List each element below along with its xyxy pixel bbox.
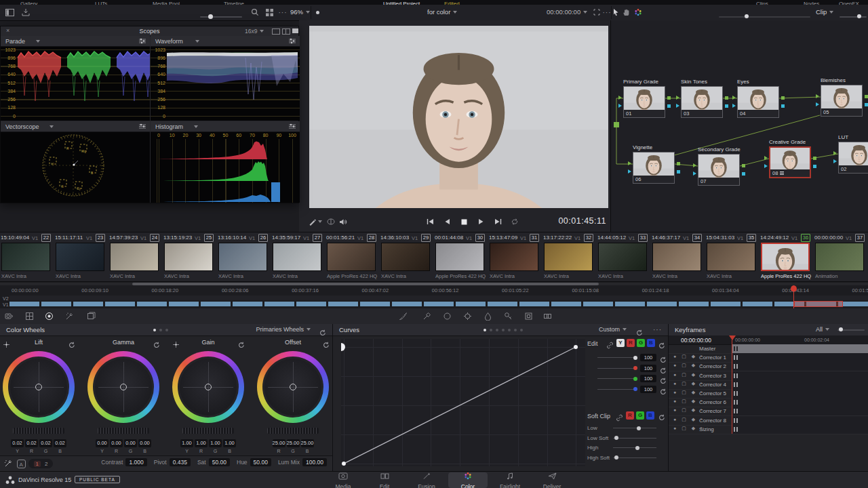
kf-row-corrector-6[interactable]: ● ▢ ◆ ›Corrector 6	[669, 398, 868, 407]
kf-row-sizing[interactable]: ● ▢ ◆ ›Sizing	[669, 425, 868, 434]
kf-track[interactable]	[732, 425, 868, 434]
wheel-reset-gain[interactable]	[238, 339, 245, 346]
color-wheel-gamma[interactable]	[87, 351, 159, 423]
node-input-rgb[interactable]	[816, 94, 819, 98]
param-value[interactable]: 100.00	[302, 458, 327, 466]
node-output-key[interactable]	[781, 104, 785, 108]
node-input-rgb[interactable]	[618, 96, 622, 100]
value-gain-B[interactable]: 1.00	[223, 439, 236, 447]
channel-slider-line[interactable]	[597, 389, 637, 390]
node-output-rgb[interactable]	[677, 162, 680, 165]
keyframes-playhead-marker[interactable]	[729, 336, 736, 340]
hand-tool-icon[interactable]	[620, 7, 631, 18]
soft-clip-reset-icon[interactable]	[658, 411, 665, 424]
pager-page-1[interactable]: 1	[34, 461, 41, 467]
timeline-zoom-slider[interactable]	[840, 16, 867, 18]
kf-track[interactable]	[732, 398, 868, 407]
histogram-settings-icon[interactable]	[289, 123, 296, 129]
node-input-key[interactable]	[833, 159, 837, 163]
param-value[interactable]: 50.00	[209, 458, 230, 466]
clip-35[interactable]: 15:04:31:03V135XAVC Intra	[705, 232, 760, 282]
value-offset-G[interactable]: 25.00	[287, 439, 300, 447]
value-offset-B[interactable]: 25.00	[301, 439, 314, 447]
kf-track[interactable]	[732, 380, 868, 389]
node-input-key[interactable]	[693, 171, 696, 176]
audio-mute-icon[interactable]	[338, 217, 348, 226]
clip-thumbnail[interactable]	[273, 243, 321, 271]
stop-icon[interactable]	[459, 217, 469, 226]
param-value[interactable]: 1.000	[125, 458, 146, 466]
node-input-rgb[interactable]	[628, 161, 631, 165]
clip-thumbnail[interactable]	[110, 243, 159, 271]
timeline-selector[interactable]: for color	[427, 8, 457, 16]
node-output-key[interactable]	[742, 172, 745, 176]
color-wheel-offset[interactable]	[257, 351, 329, 423]
timeline-scrollbar[interactable]	[0, 283, 868, 285]
histogram-header[interactable]: Histogram	[151, 121, 300, 132]
clip-thumbnail[interactable]	[327, 243, 376, 271]
versions-icon[interactable]	[85, 310, 97, 322]
link-channels-icon[interactable]	[606, 340, 614, 352]
wheels-pager[interactable]: 1 2	[28, 459, 53, 468]
wheel-reset-lift[interactable]	[68, 339, 75, 346]
node-box[interactable]: 02	[838, 142, 868, 174]
edit-channel-G[interactable]: G	[637, 339, 645, 347]
keyframes-zoom-slider[interactable]	[837, 329, 865, 331]
curves-more-icon[interactable]: ···	[653, 326, 662, 333]
channel-slider-knob[interactable]	[633, 377, 637, 381]
step-back-icon[interactable]	[442, 217, 452, 226]
clip-32[interactable]: 13:17:22:22V132XAVC Intra	[542, 232, 597, 282]
node-input-key[interactable]	[628, 169, 631, 174]
soft-channel-B[interactable]: B	[646, 411, 654, 420]
kf-row-corrector-5[interactable]: ● ▢ ◆ ›Corrector 5	[669, 389, 868, 399]
node-box[interactable]: 04	[737, 86, 779, 118]
parade-settings-icon[interactable]	[139, 38, 146, 44]
grab-still-icon[interactable]	[3, 310, 15, 322]
keyframes-ruler[interactable]: 00:00:00:00 00:00:00:00 00:00:02:04	[669, 336, 868, 345]
parade-header[interactable]: Parade	[1, 36, 150, 47]
wheel-center-indicator[interactable]	[205, 384, 212, 390]
channel-value-G[interactable]: 100	[640, 375, 656, 382]
color-wheel-gain[interactable]	[172, 351, 244, 423]
kf-track[interactable]	[732, 371, 868, 380]
edit-channel-R[interactable]: R	[627, 339, 635, 347]
highlight-icon[interactable]	[43, 310, 55, 322]
auto-balance-icon[interactable]: A	[16, 458, 26, 469]
node-box[interactable]: 03	[681, 86, 723, 118]
clip-thumbnail[interactable]	[761, 243, 810, 271]
value-offset-R[interactable]: 25.00	[273, 439, 285, 447]
node-output-key[interactable]	[667, 104, 671, 108]
kf-row-corrector-3[interactable]: ● ▢ ◆ ›Corrector 3	[669, 371, 868, 381]
pager-page-2[interactable]: 2	[45, 461, 47, 467]
value-lift-Y[interactable]: 0.02	[11, 439, 24, 447]
kf-row-master[interactable]: Master	[669, 344, 868, 354]
kf-row-corrector-8[interactable]: ● ▢ ◆ ›Corrector 8	[669, 416, 868, 426]
value-lift-B[interactable]: 0.02	[54, 439, 66, 447]
wheel-reset-offset[interactable]	[323, 339, 330, 346]
page-tab-media[interactable]: Media	[323, 472, 363, 488]
waveform-settings-icon[interactable]	[289, 38, 296, 44]
node-output-rgb[interactable]	[781, 96, 785, 100]
grab-still-icon[interactable]	[20, 7, 31, 18]
kf-track[interactable]	[732, 353, 868, 362]
vectorscope-header[interactable]: Vectorscope	[1, 121, 150, 132]
stereo-3d-icon[interactable]	[542, 310, 553, 322]
wheel-center-indicator[interactable]	[120, 384, 127, 390]
magic-mask-icon[interactable]	[64, 310, 75, 322]
node-box[interactable]: 08	[769, 146, 811, 178]
page-tab-fusion[interactable]: Fusion	[407, 472, 446, 488]
node-input-key[interactable]	[618, 104, 622, 108]
node-input-key[interactable]	[732, 104, 736, 108]
value-lift-R[interactable]: 0.02	[25, 439, 38, 447]
auto-correct-icon[interactable]	[3, 458, 14, 469]
node-box[interactable]: 07	[698, 154, 740, 186]
node-box[interactable]: 01	[623, 86, 665, 118]
clip-22[interactable]: 15:10:49:04V122XAVC Intra	[0, 232, 54, 282]
viewer-image[interactable]	[309, 26, 608, 208]
clip-mode-selector[interactable]: Clip	[816, 8, 833, 16]
wheels-mode-selector[interactable]: Primaries Wheels	[256, 326, 311, 333]
node-output-key[interactable]	[725, 104, 728, 108]
kf-track[interactable]	[732, 362, 868, 371]
channel-slider-line[interactable]	[597, 357, 637, 358]
layout-single-icon[interactable]	[272, 28, 280, 35]
